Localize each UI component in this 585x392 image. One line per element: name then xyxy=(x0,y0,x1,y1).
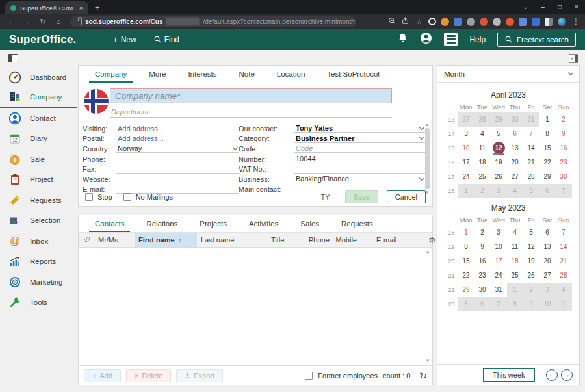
day-cell[interactable]: 11 xyxy=(507,240,523,254)
new-tab-button[interactable]: + xyxy=(95,1,100,14)
export-button[interactable]: Export xyxy=(176,369,223,382)
scroll-thumb[interactable] xyxy=(425,128,430,189)
day-cell[interactable]: 12 xyxy=(523,240,540,254)
day-cell[interactable]: 6 xyxy=(540,226,556,240)
extension-ring-icon[interactable] xyxy=(428,18,436,25)
day-cell[interactable]: 13 xyxy=(507,141,523,155)
day-cell[interactable]: 6 xyxy=(474,297,491,311)
day-cell[interactable]: 22 xyxy=(458,268,474,283)
visiting-address-field[interactable]: Add address... xyxy=(116,124,239,133)
day-cell[interactable]: 4 xyxy=(507,226,523,240)
code-field[interactable]: Code xyxy=(294,144,425,153)
day-cell[interactable]: 17 xyxy=(491,254,507,268)
extension-gray-icon[interactable] xyxy=(467,18,475,26)
day-cell[interactable]: 2 xyxy=(474,184,491,198)
department-input[interactable]: Department xyxy=(110,107,392,118)
day-cell[interactable]: 30 xyxy=(556,170,572,184)
sidebar-item-project[interactable]: Project xyxy=(0,170,77,190)
day-cell[interactable]: 8 xyxy=(507,297,523,311)
column-header-mr-ms[interactable]: Mr/Ms xyxy=(94,233,135,247)
day-cell[interactable]: 12 xyxy=(491,141,507,155)
scroll-up-icon[interactable]: ▲ xyxy=(425,122,429,127)
day-cell[interactable]: 4 xyxy=(474,127,491,141)
day-cell[interactable]: 24 xyxy=(458,170,474,184)
refresh-icon[interactable]: ↻ xyxy=(419,371,427,381)
day-cell[interactable]: 2 xyxy=(556,112,572,127)
home-icon[interactable]: ⌂ xyxy=(52,18,65,25)
user-profile-icon[interactable] xyxy=(420,32,432,47)
extension-scarlet-icon[interactable] xyxy=(506,18,514,26)
day-cell[interactable]: 9 xyxy=(474,240,491,254)
day-cell[interactable]: 4 xyxy=(556,283,572,297)
extension-orange-icon[interactable] xyxy=(441,18,449,26)
day-cell[interactable]: 19 xyxy=(523,254,540,268)
extension-new-badge-icon[interactable] xyxy=(532,18,540,26)
day-cell[interactable]: 26 xyxy=(523,268,540,283)
sidebar-item-sale[interactable]: €Sale xyxy=(0,149,77,170)
stop-checkbox[interactable] xyxy=(85,193,93,201)
new-menu-button[interactable]: + New xyxy=(112,34,136,45)
this-week-button[interactable]: This week xyxy=(483,368,535,382)
sidebar-item-selection[interactable]: Selection xyxy=(0,211,77,231)
attachment-column-header[interactable] xyxy=(79,233,94,247)
extension-code-icon[interactable] xyxy=(519,18,527,26)
help-link[interactable]: Help xyxy=(469,35,486,44)
tab-relations[interactable]: Relations xyxy=(135,215,188,232)
tab-requests[interactable]: Requests xyxy=(330,215,384,232)
window-chevron-icon[interactable]: ⌄ xyxy=(517,0,534,14)
day-cell[interactable]: 2 xyxy=(474,226,491,240)
day-cell[interactable]: 29 xyxy=(540,170,556,184)
extension-red-megaphone-icon[interactable] xyxy=(480,18,488,26)
next-month-button[interactable]: → xyxy=(561,369,573,381)
tab-contacts[interactable]: Contacts xyxy=(84,215,135,232)
minimize-button[interactable]: – xyxy=(534,0,551,14)
column-header-title[interactable]: Title xyxy=(267,233,305,247)
day-cell[interactable]: 21 xyxy=(556,254,572,268)
day-cell[interactable]: 14 xyxy=(523,141,540,155)
tab-company[interactable]: Company xyxy=(84,66,138,83)
day-cell[interactable]: 1 xyxy=(507,283,523,297)
add-contact-button[interactable]: +Add xyxy=(84,369,121,382)
sidebar-item-contact[interactable]: Contact xyxy=(0,108,77,129)
scroll-down-icon[interactable]: ▼ xyxy=(426,358,430,363)
notifications-bell-icon[interactable] xyxy=(397,33,408,46)
day-cell[interactable]: 8 xyxy=(540,127,556,141)
column-header-first-name[interactable]: First name↑ xyxy=(135,233,197,247)
back-icon[interactable]: ← xyxy=(5,18,18,25)
cancel-button[interactable]: Cancel xyxy=(387,190,426,203)
extension-split-screen-icon[interactable] xyxy=(545,18,553,26)
sidebar-item-dashboard[interactable]: Dashboard xyxy=(0,67,77,88)
tab-test-soprotocol[interactable]: Test SoProtocol xyxy=(316,66,391,83)
tab-activities[interactable]: Activities xyxy=(238,215,289,232)
extension-blue-icon[interactable] xyxy=(454,18,462,26)
column-header-phone-mobile[interactable]: Phone - Mobile xyxy=(305,233,372,247)
calendar-view-select[interactable]: Month xyxy=(437,66,579,83)
country-field[interactable]: Norway xyxy=(116,144,239,153)
tab-location[interactable]: Location xyxy=(266,66,316,83)
day-cell[interactable]: 9 xyxy=(523,297,540,311)
day-cell[interactable]: 1 xyxy=(458,184,474,198)
category-field[interactable]: Business Partner xyxy=(294,135,425,143)
business-field[interactable]: Banking/Finance xyxy=(294,175,425,183)
day-cell[interactable]: 2 xyxy=(523,283,540,297)
day-cell[interactable]: 10 xyxy=(540,297,556,311)
day-cell[interactable]: 13 xyxy=(540,240,556,254)
vat-no-field[interactable] xyxy=(294,165,425,174)
day-cell[interactable]: 3 xyxy=(458,127,474,141)
day-cell[interactable]: 29 xyxy=(458,283,474,297)
sidebar-item-inbox[interactable]: @Inbox xyxy=(0,231,77,252)
day-cell[interactable]: 21 xyxy=(523,155,540,170)
day-cell[interactable]: 3 xyxy=(491,226,507,240)
day-cell[interactable]: 19 xyxy=(491,155,507,170)
zoom-in-icon[interactable] xyxy=(387,17,396,26)
sidebar-item-marketing[interactable]: Marketing xyxy=(0,272,77,293)
day-cell[interactable]: 15 xyxy=(540,141,556,155)
find-button[interactable]: Find xyxy=(153,35,179,44)
company-name-input[interactable]: Company name* xyxy=(110,88,392,103)
day-cell[interactable]: 5 xyxy=(523,184,540,198)
day-cell[interactable]: 10 xyxy=(491,240,507,254)
table-scrollbar[interactable]: ▲ ▼ xyxy=(424,249,431,363)
delete-contact-button[interactable]: ×Delete xyxy=(126,369,171,382)
day-cell[interactable]: 3 xyxy=(491,184,507,198)
day-cell[interactable]: 31 xyxy=(523,112,540,127)
